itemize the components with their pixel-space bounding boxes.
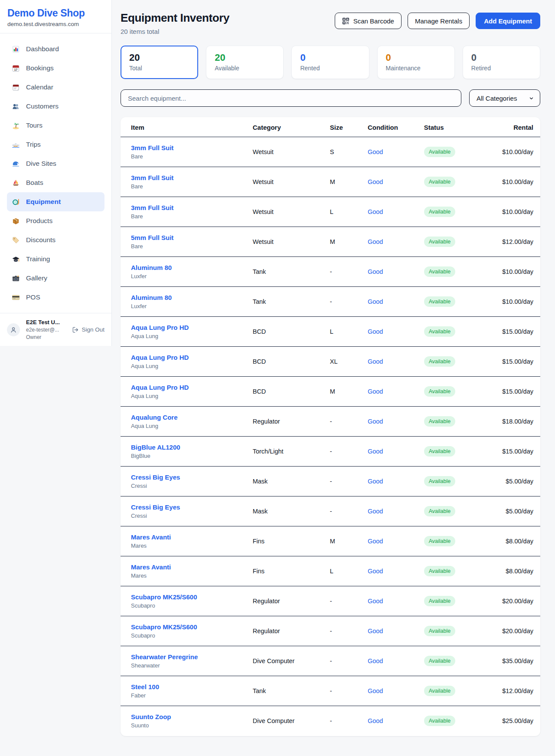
sidebar-item-calendar[interactable]: Calendar (7, 78, 104, 97)
item-name-link[interactable]: 3mm Full Suit (131, 144, 232, 151)
status-badge: Available (424, 506, 456, 516)
cell-size: - (320, 616, 357, 646)
sidebar-item-bookings[interactable]: 17Bookings (7, 59, 104, 78)
sidebar-item-trips[interactable]: Trips (7, 135, 104, 154)
sidebar-item-tours[interactable]: Tours (7, 116, 104, 135)
item-name-link[interactable]: Mares Avanti (131, 533, 232, 541)
column-header-status: Status (414, 117, 470, 137)
item-brand: Suunto (131, 722, 232, 729)
item-name-link[interactable]: Scubapro MK25/S600 (131, 623, 232, 631)
item-brand: Aqua Lung (131, 423, 232, 429)
item-name-link[interactable]: Shearwater Peregrine (131, 653, 232, 661)
condition-link[interactable]: Good (368, 508, 383, 515)
item-name-link[interactable]: Aqualung Core (131, 414, 232, 421)
add-equipment-button[interactable]: Add Equipment (476, 13, 540, 29)
cell-rental: $25.00/day (470, 706, 540, 736)
user-name: E2E Test U... (26, 319, 60, 325)
cell-condition: Good (357, 287, 414, 317)
condition-link[interactable]: Good (368, 178, 383, 185)
cell-status: Available (414, 616, 470, 646)
stat-card-rented[interactable]: 0Rented (291, 46, 369, 79)
status-badge: Available (424, 326, 456, 337)
cell-status: Available (414, 526, 470, 556)
item-name-link[interactable]: 3mm Full Suit (131, 174, 232, 181)
status-badge: Available (424, 716, 456, 726)
item-name-link[interactable]: Suunto Zoop (131, 713, 232, 720)
sidebar-item-boats[interactable]: Boats (7, 173, 104, 192)
stat-card-maintenance[interactable]: 0Maintenance (377, 46, 455, 79)
item-name-link[interactable]: 3mm Full Suit (131, 204, 232, 211)
condition-link[interactable]: Good (368, 298, 383, 305)
item-name-link[interactable]: Steel 100 (131, 683, 232, 690)
item-name-link[interactable]: 5mm Full Suit (131, 234, 232, 241)
condition-link[interactable]: Good (368, 328, 383, 335)
status-badge: Available (424, 536, 456, 546)
item-name-link[interactable]: Mares Avanti (131, 563, 232, 571)
stat-card-retired[interactable]: 0Retired (463, 46, 540, 79)
condition-link[interactable]: Good (368, 687, 383, 694)
search-input[interactable] (121, 89, 461, 107)
condition-link[interactable]: Good (368, 538, 383, 545)
sidebar-item-customers[interactable]: Customers (7, 97, 104, 116)
sidebar-item-products[interactable]: Products (7, 211, 104, 230)
condition-link[interactable]: Good (368, 208, 383, 215)
cell-category: Torch/Light (242, 437, 320, 467)
item-name-link[interactable]: Aluminum 80 (131, 264, 232, 271)
table-row: Aqua Lung Pro HDAqua LungBCDMGoodAvailab… (121, 377, 540, 407)
item-brand: Luxfer (131, 273, 232, 279)
cell-condition: Good (357, 526, 414, 556)
page-head: Equipment Inventory 20 items total Scan … (121, 11, 540, 35)
item-brand: Bare (131, 243, 232, 250)
cell-rental: $10.00/day (470, 257, 540, 287)
sidebar-item-dashboard[interactable]: Dashboard (7, 39, 104, 59)
condition-link[interactable]: Good (368, 388, 383, 395)
condition-link[interactable]: Good (368, 418, 383, 425)
item-name-link[interactable]: Aqua Lung Pro HD (131, 354, 232, 361)
condition-link[interactable]: Good (368, 478, 383, 485)
sidebar-item-equipment[interactable]: Equipment (7, 192, 104, 211)
cell-item: Scubapro MK25/S600Scubapro (121, 616, 242, 646)
scan-barcode-button[interactable]: Scan Barcode (335, 13, 402, 29)
cell-condition: Good (357, 377, 414, 407)
condition-link[interactable]: Good (368, 448, 383, 455)
condition-link[interactable]: Good (368, 628, 383, 634)
cell-category: Fins (242, 556, 320, 586)
item-name-link[interactable]: BigBlue AL1200 (131, 444, 232, 451)
item-name-link[interactable]: Scubapro MK25/S600 (131, 593, 232, 601)
condition-link[interactable]: Good (368, 717, 383, 724)
condition-link[interactable]: Good (368, 657, 383, 664)
cell-rental: $12.00/day (470, 227, 540, 257)
cell-rental: $10.00/day (470, 137, 540, 167)
stat-card-total[interactable]: 20Total (121, 46, 198, 79)
item-name-link[interactable]: Cressi Big Eyes (131, 473, 232, 481)
condition-link[interactable]: Good (368, 268, 383, 275)
sidebar-item-training[interactable]: Training (7, 250, 104, 269)
sidebar-item-gallery[interactable]: Gallery (7, 269, 104, 288)
condition-link[interactable]: Good (368, 358, 383, 365)
sidebar-item-pos[interactable]: POS (7, 288, 104, 307)
category-select[interactable]: All Categories (469, 89, 540, 107)
manage-rentals-button[interactable]: Manage Rentals (408, 13, 470, 29)
stat-card-available[interactable]: 20Available (206, 46, 284, 79)
item-name-link[interactable]: Aqua Lung Pro HD (131, 324, 232, 331)
cell-status: Available (414, 227, 470, 257)
item-brand: Bare (131, 183, 232, 190)
item-name-link[interactable]: Aluminum 80 (131, 294, 232, 301)
condition-link[interactable]: Good (368, 148, 383, 155)
sign-out-button[interactable]: Sign Out (72, 326, 104, 333)
condition-link[interactable]: Good (368, 598, 383, 605)
condition-link[interactable]: Good (368, 238, 383, 245)
status-badge: Available (424, 386, 456, 397)
sidebar-item-dive-sites[interactable]: Dive Sites (7, 154, 104, 173)
item-name-link[interactable]: Cressi Big Eyes (131, 503, 232, 511)
user-email: e2e-tester@... (26, 327, 60, 333)
cell-item: Steel 100Faber (121, 676, 242, 706)
cell-size: L (320, 317, 357, 347)
sidebar-item-discounts[interactable]: Discounts (7, 230, 104, 250)
item-name-link[interactable]: Aqua Lung Pro HD (131, 384, 232, 391)
cell-category: Wetsuit (242, 227, 320, 257)
brand-name[interactable]: Demo Dive Shop (7, 7, 104, 19)
condition-link[interactable]: Good (368, 568, 383, 575)
cell-rental: $5.00/day (470, 496, 540, 526)
table-row: Aluminum 80LuxferTank-GoodAvailable$10.0… (121, 287, 540, 317)
